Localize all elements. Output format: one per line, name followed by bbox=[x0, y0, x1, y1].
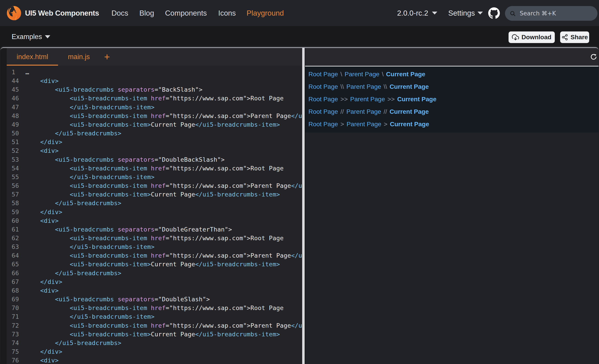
code-line: 46 <ui5-breadcrumbs-item href="https://w… bbox=[7, 94, 302, 103]
code-line-content: <ui5-breadcrumbs separators="DoubleBackS… bbox=[26, 155, 225, 164]
brand-title[interactable]: UI5 Web Components bbox=[25, 0, 99, 26]
code-token: separators bbox=[118, 226, 155, 233]
code-line: 69 <ui5-breadcrumbs separators="DoubleSl… bbox=[7, 295, 302, 304]
code-token bbox=[114, 296, 118, 303]
code-line-content: <ui5-breadcrumbs-item>Current Page</ui5-… bbox=[26, 190, 280, 199]
code-token: <ui5-breadcrumbs-item> bbox=[70, 191, 151, 198]
nav-components[interactable]: Components bbox=[165, 0, 207, 26]
code-token: separators bbox=[118, 296, 155, 303]
breadcrumb-link[interactable]: Root Page bbox=[308, 71, 338, 78]
code-line-content: </div> bbox=[26, 138, 62, 146]
code-token bbox=[26, 104, 70, 111]
code-line-content: </ui5-breadcrumbs-item> bbox=[26, 312, 155, 321]
code-token bbox=[114, 226, 118, 233]
breadcrumb-link[interactable]: Parent Page bbox=[347, 121, 381, 128]
tab-index-html[interactable]: index.html bbox=[7, 48, 58, 66]
code-line: 76 <div> bbox=[7, 356, 302, 364]
line-number: 49 bbox=[7, 120, 24, 129]
line-number: 1 bbox=[7, 68, 24, 76]
code-token: href bbox=[151, 95, 166, 102]
code-token: </ui5-breadcrumbs-item> bbox=[70, 243, 155, 250]
code-token bbox=[26, 243, 70, 250]
code-token bbox=[26, 252, 70, 259]
chevron-down-icon bbox=[477, 12, 483, 15]
code-token: <ui5-breadcrumbs-item> bbox=[70, 331, 151, 338]
breadcrumb-link[interactable]: Root Page bbox=[308, 96, 338, 103]
code-token: ="https://www.sap.com">Root Page bbox=[166, 305, 284, 311]
code-token: <ui5-breadcrumbs bbox=[55, 156, 114, 163]
code-token: ="https://www.sap.com">Parent Page bbox=[166, 322, 291, 329]
version-dropdown[interactable]: 2.0.0-rc.2 bbox=[397, 0, 428, 26]
line-number: 60 bbox=[7, 216, 24, 225]
code-token bbox=[147, 112, 151, 119]
code-token: </div> bbox=[40, 278, 62, 285]
breadcrumb-separator: > bbox=[340, 121, 344, 128]
code-token bbox=[26, 339, 55, 346]
nav-docs[interactable]: Docs bbox=[111, 0, 128, 26]
code-token bbox=[26, 357, 40, 364]
line-number: 65 bbox=[7, 260, 24, 269]
code-token bbox=[26, 226, 55, 233]
code-token: <div> bbox=[40, 77, 59, 84]
code-token: href bbox=[151, 165, 166, 172]
download-button[interactable]: Download bbox=[509, 32, 555, 43]
settings-dropdown[interactable]: Settings bbox=[448, 0, 475, 26]
code-token: <ui5-breadcrumbs-item bbox=[70, 235, 147, 242]
code-token: </ui5-breadcrumbs> bbox=[55, 339, 121, 346]
breadcrumbs-row: Root Page//Parent Page//Current Page bbox=[308, 105, 599, 118]
pane-splitter[interactable] bbox=[302, 48, 305, 364]
code-token bbox=[26, 278, 40, 285]
code-line: 68 <div> bbox=[7, 286, 302, 295]
line-number: 63 bbox=[7, 242, 24, 251]
tab-main-js[interactable]: main.js bbox=[58, 48, 100, 66]
nav-icons[interactable]: Icons bbox=[218, 0, 236, 26]
breadcrumb-link[interactable]: Parent Page bbox=[346, 83, 381, 90]
ui5-logo[interactable] bbox=[6, 0, 21, 26]
code-line-content: <ui5-breadcrumbs-item href="https://www.… bbox=[26, 111, 302, 120]
code-line-content: <ui5-breadcrumbs-item>Current Page</ui5-… bbox=[26, 120, 280, 129]
add-tab-button[interactable]: + bbox=[99, 48, 115, 66]
breadcrumb-link[interactable]: Parent Page bbox=[346, 108, 381, 115]
code-token bbox=[26, 200, 55, 207]
code-token: Current Page bbox=[151, 191, 195, 198]
nav-playground[interactable]: Playground bbox=[247, 0, 284, 26]
code-line: 59 </div> bbox=[7, 208, 302, 216]
code-token: <ui5-breadcrumbs-item bbox=[70, 112, 147, 119]
code-token: </ui5-breadcrumbs-item> bbox=[195, 331, 280, 338]
code-line-content: <div> bbox=[26, 216, 59, 225]
breadcrumb-link[interactable]: Root Page bbox=[308, 108, 338, 115]
code-token: <ui5-breadcrumbs bbox=[55, 86, 114, 93]
breadcrumb-link[interactable]: Parent Page bbox=[350, 96, 385, 103]
share-button[interactable]: Share bbox=[560, 32, 589, 43]
line-number: 68 bbox=[7, 286, 24, 295]
breadcrumb-current: Current Page bbox=[389, 108, 429, 115]
phoenix-icon bbox=[6, 6, 21, 21]
code-token bbox=[114, 156, 118, 163]
line-number: 53 bbox=[7, 155, 24, 164]
line-number: 71 bbox=[7, 312, 24, 321]
code-editor[interactable]: 1…44 <div>45 <ui5-breadcrumbs separators… bbox=[7, 66, 302, 364]
code-token: ="DoubleSlash"> bbox=[155, 296, 210, 303]
preview-toolbar bbox=[305, 48, 599, 66]
line-number: 74 bbox=[7, 339, 24, 347]
playground-container: index.html main.js + 1…44 <div>45 <ui5-b… bbox=[0, 47, 599, 364]
line-number: 45 bbox=[7, 85, 24, 94]
refresh-icon[interactable] bbox=[591, 54, 597, 60]
examples-dropdown[interactable]: Examples bbox=[12, 26, 42, 47]
nav-blog[interactable]: Blog bbox=[139, 0, 154, 26]
code-line-content: <ui5-breadcrumbs-item>Current Page</ui5-… bbox=[26, 260, 280, 269]
code-line-content: <ui5-breadcrumbs-item href="https://www.… bbox=[26, 251, 302, 260]
github-icon[interactable] bbox=[488, 0, 500, 26]
code-token: <ui5-breadcrumbs-item bbox=[70, 95, 147, 102]
breadcrumb-separator: \\ bbox=[340, 83, 344, 90]
code-token: <div> bbox=[40, 287, 59, 294]
breadcrumb-link[interactable]: Parent Page bbox=[345, 71, 379, 78]
code-line: 57 <ui5-breadcrumbs-item>Current Page</u… bbox=[7, 190, 302, 199]
breadcrumb-link[interactable]: Root Page bbox=[308, 121, 338, 128]
code-token bbox=[26, 287, 40, 294]
code-token bbox=[147, 322, 151, 329]
search-input[interactable]: Search ⌘+K bbox=[505, 6, 598, 21]
breadcrumb-link[interactable]: Root Page bbox=[308, 83, 338, 90]
code-token: Current Page bbox=[151, 331, 195, 338]
code-token: <ui5-breadcrumbs-item bbox=[70, 182, 147, 189]
